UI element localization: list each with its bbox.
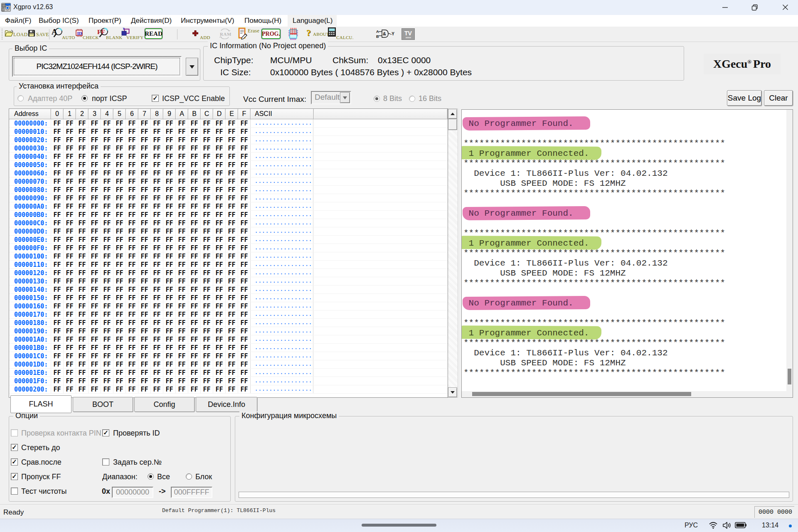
- hex-row[interactable]: 000000F0:FFFFFFFFFFFFFFFFFFFFFFFFFFFFFFF…: [9, 244, 448, 252]
- hex-row[interactable]: 00000030:FFFFFFFFFFFFFFFFFFFFFFFFFFFFFFF…: [9, 144, 448, 153]
- hex-row[interactable]: 00000100:FFFFFFFFFFFFFFFFFFFFFFFFFFFFFFF…: [9, 252, 448, 261]
- icsp-vcc-checkbox[interactable]: ✓: [152, 95, 159, 102]
- gate-button[interactable]: A B & -Y: [376, 29, 395, 39]
- hex-row[interactable]: 00000080:FFFFFFFFFFFFFFFFFFFFFFFFFFFFFFF…: [9, 186, 448, 194]
- range-block-radio[interactable]: [186, 473, 192, 480]
- hex-row[interactable]: 00000020:FFFFFFFFFFFFFFFFFFFFFFFFFFFFFFF…: [9, 136, 448, 144]
- close-button[interactable]: [776, 0, 795, 15]
- tab-device-info[interactable]: Device.Info: [196, 397, 257, 412]
- menu-actions[interactable]: Действия(D): [131, 15, 172, 27]
- log-vscroll-thumb[interactable]: [788, 369, 791, 384]
- hex-row[interactable]: 00000090:FFFFFFFFFFFFFFFFFFFFFFFFFFFFFFF…: [9, 194, 448, 202]
- menu-help[interactable]: Помощь(H): [244, 15, 281, 27]
- hex-row[interactable]: 000000E0:FFFFFFFFFFFFFFFFFFFFFFFFFFFFFFF…: [9, 236, 448, 244]
- serial-checkbox[interactable]: [102, 458, 109, 466]
- bits16-radio[interactable]: [409, 96, 415, 102]
- log-hscroll-thumb[interactable]: [472, 392, 691, 396]
- hex-row[interactable]: 00000160:FFFFFFFFFFFFFFFFFFFFFFFFFFFFFFF…: [9, 302, 448, 310]
- icsp-port-radio[interactable]: [81, 95, 88, 101]
- hex-scroll-thumb[interactable]: [448, 119, 457, 130]
- vcc-combo-drop[interactable]: [340, 92, 350, 103]
- compare-after-checkbox[interactable]: ✓: [11, 458, 18, 466]
- hex-scroll-down-button[interactable]: [448, 387, 457, 397]
- hex-row[interactable]: 000000B0:FFFFFFFFFFFFFFFFFFFFFFFFFFFFFFF…: [9, 211, 448, 219]
- read-button[interactable]: READ: [145, 28, 163, 39]
- hex-editor[interactable]: Address0123456789ABCDEFASCII 00000000:FF…: [9, 108, 448, 398]
- chip-config-hscrollbar[interactable]: [239, 492, 789, 498]
- notification-dot[interactable]: [789, 525, 792, 527]
- battery-icon[interactable]: [735, 522, 746, 528]
- minimize-button[interactable]: [715, 0, 734, 15]
- hex-scrollbar[interactable]: [448, 108, 458, 398]
- menu-project[interactable]: Проект(P): [89, 15, 121, 27]
- range-from-input[interactable]: 00000000: [112, 487, 153, 498]
- range-all-radio[interactable]: [148, 473, 154, 480]
- hex-row[interactable]: 00000150:FFFFFFFFFFFFFFFFFFFFFFFFFFFFFFF…: [9, 294, 448, 302]
- calcu-button[interactable]: [328, 27, 336, 37]
- taskbar-clock[interactable]: 13:14: [762, 522, 778, 529]
- hex-row[interactable]: 00000170:FFFFFFFFFFFFFFFFFFFFFFFFFFFFFFF…: [9, 310, 448, 319]
- hex-row[interactable]: 00000180:FFFFFFFFFFFFFFFFFFFFFFFFFFFFFFF…: [9, 319, 448, 327]
- hex-row[interactable]: 00000010:FFFFFFFFFFFFFFFFFFFFFFFFFFFFFFF…: [9, 128, 448, 136]
- taskbar-language[interactable]: РУС: [685, 522, 698, 529]
- chip-test-button[interactable]: [288, 27, 298, 40]
- menu-select-ic[interactable]: Выбор IC(S): [39, 15, 79, 27]
- add-button[interactable]: [192, 30, 199, 37]
- load-button[interactable]: [5, 30, 13, 37]
- hex-row[interactable]: 000000A0:FFFFFFFFFFFFFFFFFFFFFFFFFFFFFFF…: [9, 202, 448, 211]
- save-log-button[interactable]: Save Log: [727, 90, 762, 106]
- hex-row[interactable]: 000000C0:FFFFFFFFFFFFFFFFFFFFFFFFFFFFFFF…: [9, 219, 448, 227]
- menu-file[interactable]: Файл(F): [5, 15, 32, 27]
- log-hscrollbar[interactable]: [462, 391, 793, 397]
- hex-row[interactable]: 000001F0:FFFFFFFFFFFFFFFFFFFFFFFFFFFFFFF…: [9, 377, 448, 385]
- tab-flash[interactable]: FLASH: [10, 395, 71, 413]
- hex-row[interactable]: 00000000:FFFFFFFFFFFFFFFFFFFFFFFFFFFFFFF…: [9, 119, 448, 128]
- hex-row[interactable]: 00000130:FFFFFFFFFFFFFFFFFFFFFFFFFFFFFFF…: [9, 277, 448, 286]
- adapter-40p-radio[interactable]: [17, 95, 24, 101]
- hex-row[interactable]: 000001E0:FFFFFFFFFFFFFFFFFFFFFFFFFFFFFFF…: [9, 369, 448, 377]
- skip-ff-checkbox[interactable]: ✓: [11, 473, 18, 480]
- hex-row[interactable]: 000001A0:FFFFFFFFFFFFFFFFFFFFFFFFFFFFFFF…: [9, 335, 448, 344]
- erase-button[interactable]: [238, 27, 248, 40]
- hex-row[interactable]: 00000140:FFFFFFFFFFFFFFFFFFFFFFFFFFFFFFF…: [9, 286, 448, 294]
- hex-row[interactable]: 000000D0:FFFFFFFFFFFFFFFFFFFFFFFFFFFFFFF…: [9, 227, 448, 236]
- hex-row[interactable]: 00000190:FFFFFFFFFFFFFFFFFFFFFFFFFFFFFFF…: [9, 327, 448, 335]
- volume-icon[interactable]: [722, 521, 732, 530]
- clear-button[interactable]: Clear: [764, 90, 793, 106]
- check-button[interactable]: ID: [75, 29, 84, 37]
- menu-language[interactable]: Language(L): [293, 15, 332, 27]
- hex-row[interactable]: 000001C0:FFFFFFFFFFFFFFFFFFFFFFFFFFFFFFF…: [9, 352, 448, 360]
- bits8-radio[interactable]: [374, 96, 380, 102]
- log-vscrollbar[interactable]: [786, 110, 793, 391]
- wifi-icon[interactable]: [709, 522, 718, 529]
- hex-row[interactable]: 00000050:FFFFFFFFFFFFFFFFFFFFFFFFFFFFFFF…: [9, 161, 448, 169]
- hex-row[interactable]: 00000070:FFFFFFFFFFFFFFFFFFFFFFFFFFFFFFF…: [9, 177, 448, 186]
- hex-row[interactable]: 00000060:FFFFFFFFFFFFFFFFFFFFFFFFFFFFFFF…: [9, 169, 448, 177]
- menu-tools[interactable]: Инструменты(V): [181, 15, 234, 27]
- hex-row[interactable]: 00000110:FFFFFFFFFFFFFFFFFFFFFFFFFFFFFFF…: [9, 261, 448, 269]
- tv-button[interactable]: TV: [401, 28, 415, 40]
- hex-scroll-up-button[interactable]: [448, 109, 457, 119]
- restore-button[interactable]: [745, 0, 764, 15]
- vcc-combo[interactable]: Default: [311, 91, 351, 104]
- ic-combo[interactable]: PIC32MZ1024EFH144 (ICSP-2WIRE): [12, 56, 182, 77]
- about-button[interactable]: ?: [306, 29, 311, 37]
- range-to-input[interactable]: 000FFFFF: [171, 487, 212, 498]
- taskbar-pill[interactable]: [362, 524, 436, 527]
- tab-config[interactable]: Config: [134, 397, 195, 412]
- save-button[interactable]: [28, 30, 35, 37]
- tab-boot[interactable]: BOOT: [73, 397, 133, 412]
- prog-button[interactable]: PROG.: [261, 29, 281, 39]
- ic-combo-drop-button[interactable]: [186, 58, 198, 76]
- auto-button[interactable]: A: [52, 27, 63, 39]
- pin-check-checkbox[interactable]: [11, 429, 18, 436]
- hex-row[interactable]: 000001B0:FFFFFFFFFFFFFFFFFFFFFFFFFFFFFFF…: [9, 344, 448, 352]
- hex-row[interactable]: 000001D0:FFFFFFFFFFFFFFFFFFFFFFFFFFFFFFF…: [9, 360, 448, 369]
- erase-before-checkbox[interactable]: ✓: [11, 444, 18, 451]
- hex-row[interactable]: 00000120:FFFFFFFFFFFFFFFFFFFFFFFFFFFFFFF…: [9, 269, 448, 277]
- log-panel[interactable]: No Programmer Found.********************…: [461, 109, 793, 398]
- blank-test-checkbox[interactable]: [11, 488, 18, 495]
- hex-row[interactable]: 00000040:FFFFFFFFFFFFFFFFFFFFFFFFFFFFFFF…: [9, 153, 448, 161]
- hex-row[interactable]: 00000200:FFFFFFFFFFFFFFFFFFFFFFFFFFFFFFF…: [9, 385, 448, 394]
- verify-id-checkbox[interactable]: ✓: [102, 429, 109, 436]
